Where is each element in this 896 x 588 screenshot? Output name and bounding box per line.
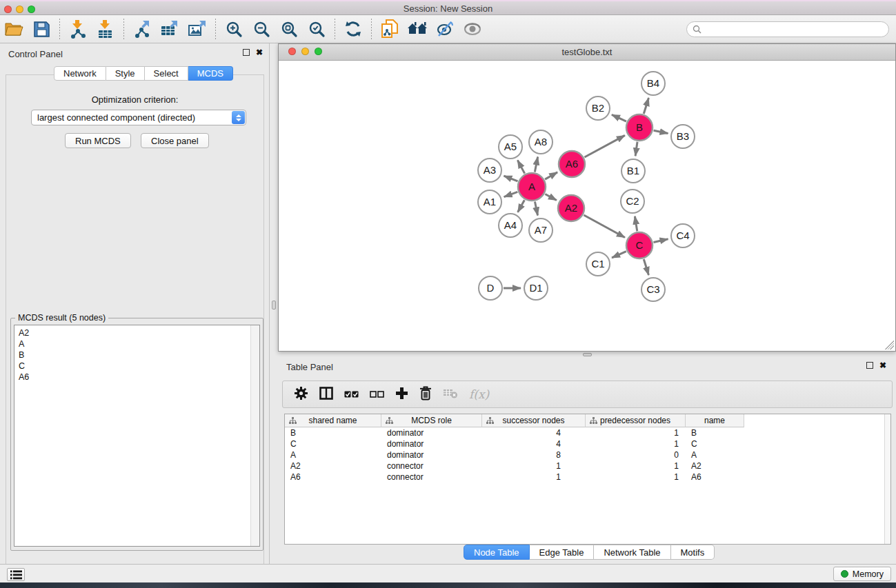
window-resize-grip[interactable] <box>885 341 894 349</box>
tab-node-table[interactable]: Node Table <box>464 545 530 560</box>
edge-C-C1[interactable] <box>612 252 626 258</box>
edge-A-A5[interactable] <box>517 160 524 173</box>
home-button[interactable] <box>404 17 431 41</box>
zoom-in-button[interactable] <box>220 17 248 41</box>
edge-C-C3[interactable] <box>644 259 648 275</box>
import-table-button[interactable] <box>92 17 119 41</box>
edge-B-B4[interactable] <box>644 98 648 114</box>
tab-mcds[interactable]: MCDS <box>188 66 233 81</box>
mcds-result-list[interactable]: A2ABCA6 <box>14 325 260 547</box>
tab-network-table[interactable]: Network Table <box>594 545 670 560</box>
mcds-result-item[interactable]: A <box>14 338 259 349</box>
tab-style[interactable]: Style <box>106 66 145 81</box>
zoom-fit-button[interactable] <box>275 17 303 41</box>
column-header-MCDS-role[interactable]: MCDS role <box>381 414 482 427</box>
toolbar-separator <box>335 19 335 39</box>
mcds-result-item[interactable]: A6 <box>14 372 259 383</box>
table-row[interactable]: Bdominator41B <box>285 427 890 438</box>
unselect-all-columns-button[interactable] <box>370 388 384 401</box>
mcds-result-item[interactable]: A2 <box>14 327 259 338</box>
export-network-button[interactable] <box>128 17 156 41</box>
search-input[interactable] <box>704 25 888 34</box>
table-cell: C <box>285 439 381 449</box>
zoom-selected-button[interactable] <box>303 17 330 41</box>
table-row[interactable]: A2connector11A2 <box>285 460 890 472</box>
table-cell: C <box>686 439 744 449</box>
horizontal-splitter-handle[interactable] <box>583 353 592 356</box>
edge-C-C2[interactable] <box>635 216 637 232</box>
table-row[interactable]: Adominator80A <box>285 449 890 460</box>
tab-network[interactable]: Network <box>54 66 106 81</box>
mcds-result-item[interactable]: C <box>14 361 259 372</box>
table-row[interactable]: Cdominator41C <box>285 438 890 449</box>
export-table-button[interactable] <box>156 17 183 41</box>
edge-A-A4[interactable] <box>518 200 525 212</box>
import-network-button[interactable] <box>64 17 92 41</box>
task-history-button[interactable] <box>7 568 25 581</box>
edge-A-A8[interactable] <box>535 157 537 172</box>
network-window-titlebar[interactable]: testGlobe.txt <box>279 44 895 61</box>
refresh-view-button[interactable] <box>339 17 367 41</box>
select-all-columns-button[interactable] <box>344 388 359 401</box>
create-new-column-button[interactable] <box>395 387 408 403</box>
checked-boxes-icon <box>344 391 359 398</box>
tab-edge-table[interactable]: Edge Table <box>530 545 595 560</box>
delete-columns-button[interactable] <box>419 386 432 403</box>
zoom-out-button[interactable] <box>248 17 275 41</box>
edge-A2-C[interactable] <box>584 215 624 237</box>
edge-A-A7[interactable] <box>535 202 537 216</box>
function-builder-button[interactable]: f(x) <box>469 387 489 401</box>
toolbar-separator <box>215 19 216 39</box>
edge-B-B1[interactable] <box>635 142 637 156</box>
column-header-name[interactable]: name <box>686 414 744 427</box>
column-header-successor-nodes[interactable]: successor nodes <box>482 414 586 427</box>
toolbar-separator <box>59 19 60 39</box>
close-panel-button[interactable]: Close panel <box>141 133 209 148</box>
float-panel-icon[interactable] <box>243 49 250 56</box>
list-scrollbar[interactable] <box>250 325 259 546</box>
edge-B-B3[interactable] <box>654 130 668 133</box>
hide-graphics-details-button[interactable] <box>431 17 459 41</box>
show-columns-button[interactable] <box>319 387 333 403</box>
edge-C-C4[interactable] <box>653 239 668 243</box>
edge-A-A2[interactable] <box>545 194 557 201</box>
delete-table-button[interactable] <box>443 387 458 402</box>
tab-motifs[interactable]: Motifs <box>671 545 715 560</box>
edge-A-A6[interactable] <box>545 172 557 179</box>
table-row[interactable]: A6connector11A6 <box>285 472 890 483</box>
tab-select[interactable]: Select <box>145 66 188 81</box>
mcds-result-item[interactable]: B <box>14 349 259 361</box>
close-panel-icon[interactable]: ✖ <box>256 49 263 56</box>
optimization-criterion-select[interactable]: largest connected component (directed) <box>31 110 246 125</box>
node-label-C1: C1 <box>591 258 604 270</box>
table-scrollbar[interactable] <box>884 414 890 544</box>
table-tabs: Node TableEdge TableNetwork TableMotifs <box>464 545 715 560</box>
column-header-shared-name[interactable]: shared name <box>285 414 381 427</box>
node-label-A4: A4 <box>504 219 517 231</box>
vertical-splitter-handle[interactable] <box>272 301 276 310</box>
table-cell: dominator <box>381 439 482 449</box>
float-panel-icon[interactable] <box>866 362 873 369</box>
run-mcds-button[interactable]: Run MCDS <box>65 133 131 148</box>
table-mode-gear-button[interactable] <box>294 386 308 403</box>
table-cell: connector <box>381 472 482 482</box>
table-panel: Table Panel ✖ <box>278 357 896 564</box>
search-field[interactable] <box>686 21 889 37</box>
show-graphics-details-button[interactable] <box>459 17 486 41</box>
clone-network-button[interactable] <box>376 17 404 41</box>
gear-icon <box>294 386 308 401</box>
table-cell: 1 <box>586 461 686 471</box>
close-panel-icon[interactable]: ✖ <box>879 362 886 369</box>
edge-B-B2[interactable] <box>612 114 626 121</box>
export-network-icon <box>133 20 151 38</box>
save-session-button[interactable] <box>28 17 55 41</box>
edge-A-A3[interactable] <box>504 176 517 181</box>
zoom-in-icon <box>226 21 243 38</box>
edge-A-A1[interactable] <box>504 192 518 196</box>
memory-button[interactable]: Memory <box>833 567 891 581</box>
export-image-button[interactable] <box>183 17 211 41</box>
open-session-button[interactable] <box>0 17 28 41</box>
network-canvas[interactable]: B4B2BB3B1A5A8A6A3AA1A2C2A4A7C4CC1C3DD1 <box>279 61 895 351</box>
column-header-predecessor-nodes[interactable]: predecessor nodes <box>586 414 686 427</box>
edge-A6-B[interactable] <box>584 135 624 157</box>
